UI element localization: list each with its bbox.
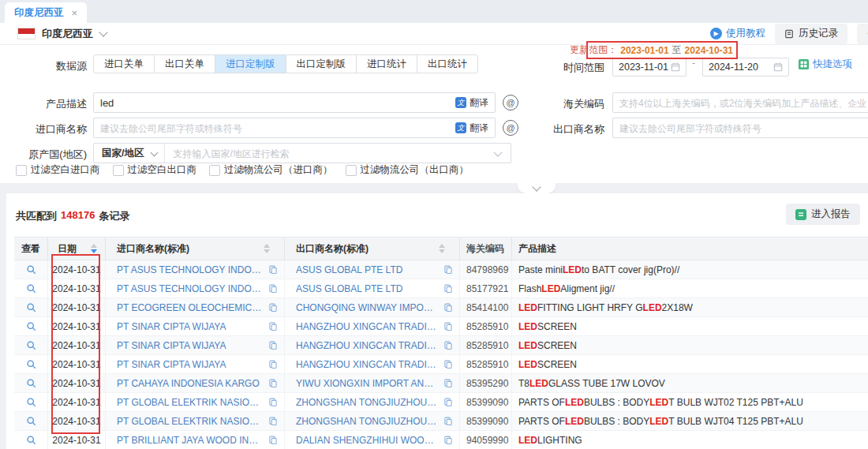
filter-checkbox[interactable]: 过滤物流公司（出口商） [346, 163, 470, 177]
filter-checkbox[interactable]: 过滤空白出口商 [113, 163, 197, 177]
origin-search-field[interactable] [173, 148, 495, 159]
date-end-field[interactable] [709, 62, 773, 73]
copy-icon[interactable] [268, 265, 278, 275]
product-desc-input[interactable]: 文 翻译 [93, 92, 496, 113]
country-selector[interactable]: 印度尼西亚 [42, 27, 93, 41]
sort-asc-icon[interactable] [439, 244, 445, 248]
copy-icon[interactable] [268, 436, 278, 445]
translate-button[interactable]: 文 翻译 [451, 96, 488, 110]
magnifier-icon[interactable] [26, 283, 36, 294]
exporter-field[interactable] [619, 122, 866, 134]
filter-checkbox[interactable]: 过滤物流公司（进口商） [209, 163, 333, 177]
magnifier-icon[interactable] [26, 416, 36, 426]
date-start-input[interactable] [612, 58, 687, 77]
translate-button[interactable]: 文 翻译 [451, 122, 488, 135]
column-header[interactable]: 进口商名称(标准) [105, 238, 284, 260]
favorite-button[interactable]: ★ [857, 24, 868, 44]
view-record-button[interactable] [14, 393, 47, 411]
view-record-button[interactable] [14, 355, 47, 373]
datasource-tab[interactable]: 出口统计 [417, 54, 478, 73]
exporter-link[interactable]: ZHONGSHAN TONGJIUZHOU INTERNA... [296, 416, 439, 427]
view-record-button[interactable] [14, 374, 47, 392]
magnifier-icon[interactable] [26, 359, 36, 369]
view-record-button[interactable] [14, 298, 47, 316]
datasource-tab[interactable]: 进口定制版 [215, 54, 286, 73]
copy-icon[interactable] [443, 436, 453, 445]
date-start-field[interactable] [619, 62, 671, 73]
sort-asc-icon[interactable] [91, 244, 97, 248]
copy-icon[interactable] [443, 379, 453, 388]
filter-checkbox[interactable]: 过滤空白进口商 [16, 163, 100, 177]
sort-icons[interactable] [264, 244, 270, 253]
hs-code-input[interactable] [612, 92, 868, 113]
copy-icon[interactable] [443, 417, 453, 426]
sort-desc-icon[interactable] [439, 249, 445, 253]
view-record-button[interactable] [14, 412, 47, 430]
copy-icon[interactable] [443, 265, 453, 275]
exporter-link[interactable]: DALIAN SHENGZHIHUI WOOD INDUST... [296, 435, 439, 446]
chevron-down-icon[interactable] [99, 28, 107, 36]
copy-icon[interactable] [443, 341, 453, 350]
copy-icon[interactable] [443, 284, 453, 294]
copy-icon[interactable] [443, 398, 453, 407]
importer-link[interactable]: PT ECOGREEN OLEOCHEMICALS [117, 302, 264, 313]
importer-link[interactable]: PT SINAR CIPTA WIJAYA [117, 359, 264, 370]
view-record-button[interactable] [14, 431, 47, 449]
importer-link[interactable]: PT ASUS TECHNOLOGY INDONESIA BA... [117, 264, 264, 275]
copy-icon[interactable] [443, 360, 453, 369]
datasource-tab[interactable]: 进口关单 [93, 54, 155, 73]
column-header[interactable]: 日期 [47, 238, 105, 260]
exporter-link[interactable]: ZHONGSHAN TONGJIUZHOU INTERNA... [296, 397, 439, 408]
checkbox-icon[interactable] [113, 165, 124, 176]
importer-link[interactable]: PT SINAR CIPTA WIJAYA [117, 340, 264, 351]
exporter-link[interactable]: HANGZHOU XINGCAN TRADING CO LTD [296, 340, 439, 351]
origin-type-select[interactable]: 国家/地区 [102, 144, 165, 163]
close-icon[interactable]: × [72, 8, 78, 18]
importer-link[interactable]: PT ASUS TECHNOLOGY INDONESIA BA... [117, 283, 264, 294]
exporter-link[interactable]: ASUS GLOBAL PTE LTD [296, 283, 439, 294]
exporter-link[interactable]: CHONGQING WINWAY IMPORT AND E... [296, 302, 439, 313]
tutorial-link[interactable]: ▶ 使用教程 [710, 27, 765, 40]
checkbox-icon[interactable] [209, 165, 220, 176]
importer-link[interactable]: PT GLOBAL ELEKTRIK NASIONAL [117, 397, 264, 408]
importer-input[interactable]: 文 翻译 [93, 118, 496, 138]
magnifier-icon[interactable] [26, 264, 36, 275]
copy-icon[interactable] [268, 284, 278, 294]
importer-link[interactable]: PT CAHAYA INDONESIA KARGO [117, 378, 264, 389]
history-button[interactable]: 历史记录 [775, 24, 847, 44]
copy-icon[interactable] [268, 379, 278, 388]
copy-icon[interactable] [268, 398, 278, 407]
quick-options-link[interactable]: 快捷选项 [799, 58, 852, 71]
sort-asc-icon[interactable] [264, 244, 270, 248]
magnifier-icon[interactable] [26, 340, 36, 350]
copy-icon[interactable] [268, 303, 278, 312]
magnifier-icon[interactable] [26, 321, 36, 331]
magnifier-icon[interactable] [26, 302, 36, 312]
column-header[interactable]: 出口商名称(标准) [284, 238, 459, 260]
exporter-link[interactable]: HANGZHOU XINGCAN TRADING CO LTD [296, 359, 439, 370]
sort-desc-icon[interactable] [264, 249, 270, 253]
copy-icon[interactable] [443, 322, 453, 331]
sort-icons[interactable] [91, 244, 97, 253]
copy-icon[interactable] [268, 360, 278, 369]
checkbox-icon[interactable] [16, 165, 27, 176]
tab-indonesia[interactable]: 印度尼西亚 × [5, 2, 87, 23]
collapse-panel-button[interactable] [518, 183, 556, 193]
datasource-tab[interactable]: 出口关单 [154, 54, 215, 73]
sort-desc-icon[interactable] [91, 249, 97, 253]
copy-icon[interactable] [268, 322, 278, 331]
magnifier-icon[interactable] [26, 435, 36, 445]
magnifier-icon[interactable] [26, 378, 36, 388]
checkbox-icon[interactable] [346, 165, 357, 176]
enter-report-button[interactable]: 进入报告 [786, 204, 860, 225]
view-record-button[interactable] [14, 279, 47, 297]
importer-link[interactable]: PT SINAR CIPTA WIJAYA [117, 321, 264, 332]
date-end-input[interactable] [702, 58, 789, 77]
importer-field[interactable] [100, 122, 451, 134]
exporter-link[interactable]: YIWU XIONGXIN IMPORT AND EXPORT... [296, 378, 439, 389]
chevron-down-icon[interactable] [493, 148, 502, 156]
origin-input[interactable]: 国家/地区 [93, 143, 511, 163]
view-record-button[interactable] [14, 336, 47, 354]
copy-icon[interactable] [268, 417, 278, 426]
copy-icon[interactable] [268, 341, 278, 350]
